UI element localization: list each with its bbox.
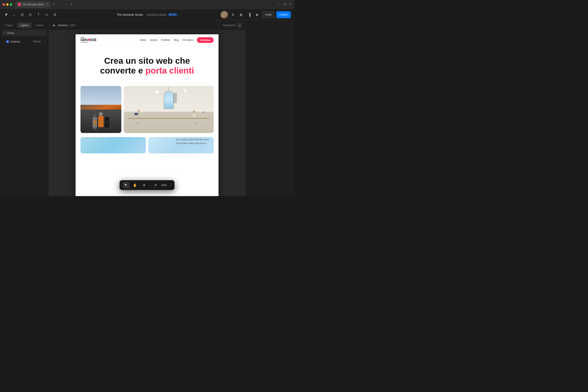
sidebar-text-block: Non avere un sito web fatto bene ti fa p…: [176, 138, 214, 145]
comment-tool-button[interactable]: ●: [141, 182, 147, 188]
browser-nav: ← → ↻: [59, 2, 74, 7]
home-label: Home: [7, 32, 14, 34]
home-chevron-icon: ⌄: [43, 32, 45, 34]
nav-back-icon[interactable]: ←: [59, 2, 63, 7]
office-image: [124, 86, 214, 133]
hikers-image: [80, 86, 121, 133]
layers-section: ▸ Desktop Primary ↗: [0, 38, 49, 45]
hikers-image-inner: [80, 86, 121, 133]
nav-portfolio-link[interactable]: Portfolio: [161, 38, 170, 42]
breakpoint-width: 1200: [69, 24, 75, 27]
nav-cta-button[interactable]: Contattaci: [197, 37, 214, 43]
layer-name-label: Desktop: [10, 40, 31, 43]
window-maximize-icon[interactable]: ⧉: [284, 3, 286, 6]
hero-line2-black: converte e: [100, 66, 145, 76]
tab-close-icon[interactable]: ✕: [46, 3, 48, 6]
logo-gen-text: GEN: [80, 38, 88, 42]
nav-refresh-icon[interactable]: ↻: [70, 2, 74, 7]
new-tab-button[interactable]: +: [52, 2, 56, 7]
browser-chrome: The Genoese Studi ✕ + ← → ↻ — ⧉ ✕: [0, 0, 294, 9]
hand-tool-button[interactable]: ✋: [132, 182, 138, 188]
cursor-tool-button[interactable]: [123, 182, 129, 188]
canvas-toolbar: ▶ Desktop 1200 Breakpoint +: [49, 20, 245, 30]
globe-icon[interactable]: ⊕: [230, 12, 236, 18]
tab-pages[interactable]: Pages: [2, 22, 16, 28]
user-avatar[interactable]: [221, 11, 228, 18]
window-close-icon[interactable]: ✕: [289, 3, 292, 6]
top-toolbar: ⌄ ⊞ ⊟ T ⊙ ⊞ The Genoese Studio · genoese…: [0, 9, 294, 20]
toolbar-left: ⌄ ⊞ ⊟ T ⊙ ⊞: [3, 12, 58, 18]
database-button[interactable]: ⊙: [43, 12, 50, 18]
toolbar-center: The Genoese Studio · genoese.studio BASI…: [117, 13, 177, 16]
chevron-down-icon[interactable]: ⌄: [10, 12, 17, 18]
website-logo: THE GEN ESE STUDIO: [80, 37, 97, 43]
sidebar-tabs: Pages Layers Assets: [0, 20, 49, 28]
window-minimize-icon[interactable]: —: [278, 3, 281, 6]
layer-pin-icon: ↗: [43, 40, 45, 43]
canvas-play-icon[interactable]: ▶: [52, 23, 56, 27]
nav-forward-icon[interactable]: →: [64, 2, 69, 7]
site-domain: genoese.studio: [147, 13, 166, 16]
invite-button[interactable]: Invite: [262, 11, 275, 18]
framer-logo[interactable]: [3, 12, 9, 18]
grid-button[interactable]: ⊞: [51, 12, 58, 18]
sidebar: Pages Layers Assets ⌂ Home ⌄ ▸ Desktop P…: [0, 20, 49, 196]
text-tool-button[interactable]: T: [35, 12, 42, 18]
layer-desktop-item[interactable]: ▸ Desktop Primary ↗: [2, 38, 47, 44]
hero-title: Crea un sito web che converte e porta cl…: [80, 56, 214, 76]
layer-color-indicator: [6, 40, 9, 43]
tab-layers[interactable]: Layers: [17, 22, 31, 28]
logo-main-row: GEN ESE: [80, 38, 97, 42]
right-panel: [245, 20, 294, 196]
publish-button[interactable]: Publish: [276, 11, 291, 18]
add-element-button[interactable]: ⊞: [19, 12, 25, 18]
layer-expand-icon: ▸: [4, 40, 5, 43]
zoom-chevron-icon[interactable]: ⌄: [169, 184, 171, 186]
images-container: Non avere un sito web fatto bene ti fa p…: [75, 82, 219, 158]
avatar-image: [221, 11, 228, 18]
breakpoint-label: Breakpoint: [223, 24, 236, 27]
zoom-level: 63%: [161, 184, 167, 187]
nav-servizi-link[interactable]: Servizi: [150, 38, 157, 42]
main-layout: Pages Layers Assets ⌂ Home ⌄ ▸ Desktop P…: [0, 20, 294, 196]
hero-line1: Crea un sito web che: [80, 56, 214, 66]
site-name: The Genoese Studio: [117, 13, 143, 16]
toolbar-divider: [150, 183, 150, 187]
sidebar-section: ⌂ Home ⌄: [0, 28, 49, 38]
hero-line2: converte e porta clienti: [80, 66, 214, 76]
toolbar-right: ⊕ ◉ ▐ ▶ Invite Publish: [221, 11, 291, 18]
analytics-icon[interactable]: ▐: [246, 12, 252, 18]
website-hero: Crea un sito web che converte e porta cl…: [75, 46, 219, 82]
bottom-toolbar: ✋ ● ☀ 63% ⌄: [119, 180, 174, 190]
add-breakpoint-button[interactable]: +: [237, 23, 242, 28]
plan-badge: BASIC: [168, 13, 177, 16]
canvas-frame: THE GEN ESE STUDIO Home Servizi Portfoli…: [75, 34, 219, 196]
nav-chisiamo-link[interactable]: Chi siamo: [182, 38, 193, 42]
brightness-button[interactable]: ☀: [152, 182, 159, 188]
canvas-viewport[interactable]: THE GEN ESE STUDIO Home Servizi Portfoli…: [49, 30, 245, 196]
canvas-toolbar-right: Breakpoint +: [223, 23, 242, 28]
website-nav: THE GEN ESE STUDIO Home Servizi Portfoli…: [75, 34, 219, 46]
canvas-toolbar-left: ▶ Desktop 1200: [52, 23, 75, 27]
browser-tab[interactable]: The Genoese Studi ✕: [15, 1, 50, 8]
tab-title: The Genoese Studi: [22, 3, 43, 6]
logo-ese-text: ESE: [90, 38, 97, 42]
shield-icon[interactable]: ◉: [238, 12, 244, 18]
website-images: [75, 82, 219, 137]
nav-home-link[interactable]: Home: [140, 38, 146, 42]
components-button[interactable]: ⊟: [27, 12, 33, 18]
preview-icon[interactable]: ▶: [254, 12, 261, 18]
home-item[interactable]: ⌂ Home ⌄: [2, 30, 47, 36]
sidebar-text: Non avere un sito web fatto bene ti fa p…: [176, 138, 214, 145]
logo-circle-icon: [88, 39, 90, 41]
tab-favicon: [18, 3, 21, 6]
home-item-left: ⌂ Home: [4, 31, 14, 34]
office-image-inner: [124, 86, 214, 133]
website-nav-links: Home Servizi Portfolio Blog Chi siamo Co…: [140, 37, 214, 43]
tab-assets[interactable]: Assets: [32, 22, 47, 28]
site-separator: ·: [145, 13, 145, 16]
canvas-area: ▶ Desktop 1200 Breakpoint + THE GEN: [49, 20, 245, 196]
hero-line2-pink: porta clienti: [145, 66, 194, 76]
layer-primary-badge: Primary: [32, 40, 41, 43]
nav-blog-link[interactable]: Blog: [174, 38, 179, 42]
